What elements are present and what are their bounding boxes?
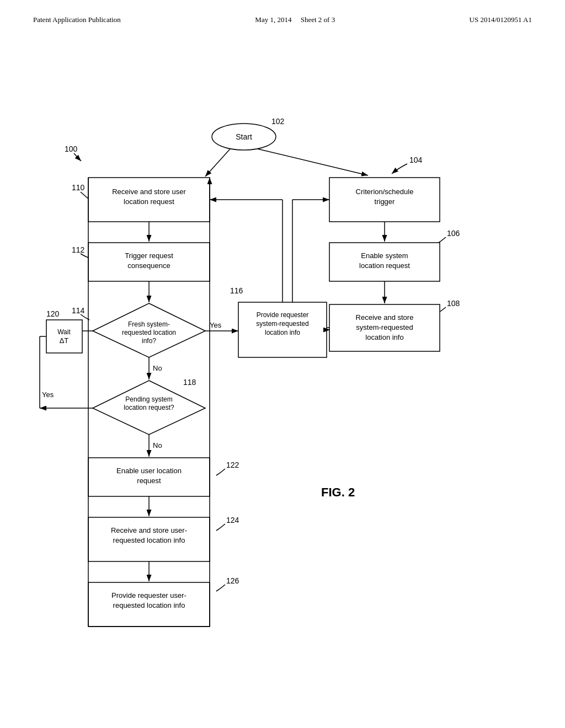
diamond114-line3: info? xyxy=(142,337,156,345)
diamond114-line2: requested location xyxy=(122,329,176,336)
diamond118-line2: location request? xyxy=(124,404,174,411)
label-100: 100 xyxy=(65,144,78,153)
header-date: May 1, 2014 xyxy=(255,15,291,24)
label-108: 108 xyxy=(447,299,460,308)
rcv-user-line2: requested location info xyxy=(113,536,185,544)
criterion-line1: Criterion/schedule xyxy=(356,188,414,196)
label-120: 120 xyxy=(46,309,60,318)
diamond114-line1: Fresh system- xyxy=(128,320,170,328)
wait-line1: Wait xyxy=(57,328,71,336)
label-122: 122 xyxy=(226,461,239,469)
no-label-118: No xyxy=(153,441,162,449)
provide116-line3: location info xyxy=(265,329,300,336)
provide116-line1: Provide requester xyxy=(257,311,309,319)
enable-sys-line2: location request xyxy=(359,261,410,270)
start-label: Start xyxy=(236,132,252,141)
label-124: 124 xyxy=(226,516,239,524)
label-114: 114 xyxy=(72,306,85,315)
flowchart-svg: 100 102 Start 104 110 Receive and store … xyxy=(33,55,532,706)
provide-user-line1: Provide requester user- xyxy=(111,591,186,599)
box110-line1: Receive and store user xyxy=(112,188,186,196)
page-header: Patent Application Publication May 1, 20… xyxy=(0,0,565,24)
label-118: 118 xyxy=(183,378,196,387)
rcv-sys-line2: system-requested xyxy=(356,323,413,331)
diamond118-line1: Pending system xyxy=(125,395,172,403)
provide-user-line2: requested location info xyxy=(113,601,185,609)
label-104: 104 xyxy=(409,156,423,164)
rcv-sys-line3: location info xyxy=(365,333,403,341)
yes-label-114: Yes xyxy=(210,321,222,329)
rcv-user-line1: Receive and store user- xyxy=(111,526,187,534)
label-102: 102 xyxy=(271,117,285,126)
rcv-sys-line1: Receive and store xyxy=(356,313,414,322)
label-112: 112 xyxy=(72,245,85,254)
wait-line2: ΔT xyxy=(60,336,69,345)
label-110: 110 xyxy=(72,183,85,192)
criterion-line2: trigger xyxy=(375,197,396,206)
provide116-line2: system-requested xyxy=(256,320,308,328)
diagram-area: 100 102 Start 104 110 Receive and store … xyxy=(33,55,532,706)
trigger-line2: consequence xyxy=(127,261,170,270)
svg-line-3 xyxy=(258,149,368,175)
header-center: May 1, 2014 Sheet 2 of 3 xyxy=(255,15,335,24)
header-right: US 2014/0120951 A1 xyxy=(470,15,532,24)
label-126: 126 xyxy=(226,576,239,585)
label-106: 106 xyxy=(447,229,460,238)
trigger-line1: Trigger request xyxy=(125,251,173,260)
box110-line2: location request xyxy=(124,197,174,206)
fig-label: FIG. 2 xyxy=(321,485,355,499)
enable-user-line2: request xyxy=(137,477,161,485)
enable-user-line1: Enable user location xyxy=(116,467,182,475)
label-116: 116 xyxy=(230,286,243,295)
header-sheet: Sheet 2 of 3 xyxy=(301,15,335,24)
svg-line-2 xyxy=(205,149,230,176)
no-label-114: No xyxy=(153,364,162,372)
yes-label-wait: Yes xyxy=(42,390,54,399)
header-left: Patent Application Publication xyxy=(33,15,121,24)
enable-sys-line1: Enable system xyxy=(361,251,408,260)
